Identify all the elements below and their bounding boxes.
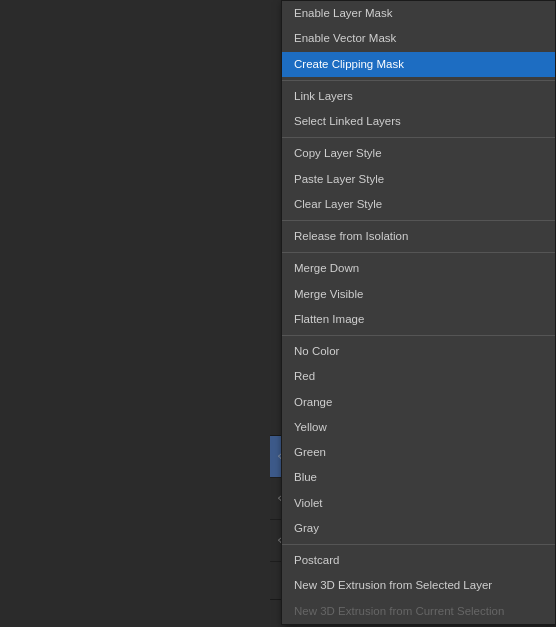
menu-item-new-3d-extrusion-current: New 3D Extrusion from Current Selection bbox=[282, 599, 555, 624]
menu-separator bbox=[282, 80, 555, 81]
menu-item-orange[interactable]: Orange bbox=[282, 390, 555, 415]
left-panel bbox=[0, 0, 270, 627]
menu-item-flatten-image[interactable]: Flatten Image bbox=[282, 307, 555, 332]
menu-item-link-layers[interactable]: Link Layers bbox=[282, 84, 555, 109]
menu-separator bbox=[282, 137, 555, 138]
menu-item-blue[interactable]: Blue bbox=[282, 465, 555, 490]
menu-item-paste-layer-style[interactable]: Paste Layer Style bbox=[282, 167, 555, 192]
menu-item-create-clipping-mask[interactable]: Create Clipping Mask bbox=[282, 52, 555, 77]
menu-item-clear-layer-style[interactable]: Clear Layer Style bbox=[282, 192, 555, 217]
menu-separator bbox=[282, 335, 555, 336]
menu-item-no-color[interactable]: No Color bbox=[282, 339, 555, 364]
menu-item-release-from-isolation[interactable]: Release from Isolation bbox=[282, 224, 555, 249]
menu-item-gray[interactable]: Gray bbox=[282, 516, 555, 541]
menu-item-yellow[interactable]: Yellow bbox=[282, 415, 555, 440]
menu-item-select-linked-layers[interactable]: Select Linked Layers bbox=[282, 109, 555, 134]
context-menu: Enable Layer MaskEnable Vector MaskCreat… bbox=[281, 0, 556, 625]
menu-item-new-3d-extrusion-selected[interactable]: New 3D Extrusion from Selected Layer bbox=[282, 573, 555, 598]
menu-item-violet[interactable]: Violet bbox=[282, 491, 555, 516]
menu-item-green[interactable]: Green bbox=[282, 440, 555, 465]
menu-item-enable-vector-mask[interactable]: Enable Vector Mask bbox=[282, 26, 555, 51]
menu-item-postcard[interactable]: Postcard bbox=[282, 548, 555, 573]
menu-separator bbox=[282, 252, 555, 253]
menu-item-enable-layer-mask[interactable]: Enable Layer Mask bbox=[282, 1, 555, 26]
menu-item-merge-visible[interactable]: Merge Visible bbox=[282, 282, 555, 307]
menu-separator bbox=[282, 220, 555, 221]
menu-separator bbox=[282, 544, 555, 545]
menu-item-red[interactable]: Red bbox=[282, 364, 555, 389]
menu-item-copy-layer-style[interactable]: Copy Layer Style bbox=[282, 141, 555, 166]
menu-item-merge-down[interactable]: Merge Down bbox=[282, 256, 555, 281]
